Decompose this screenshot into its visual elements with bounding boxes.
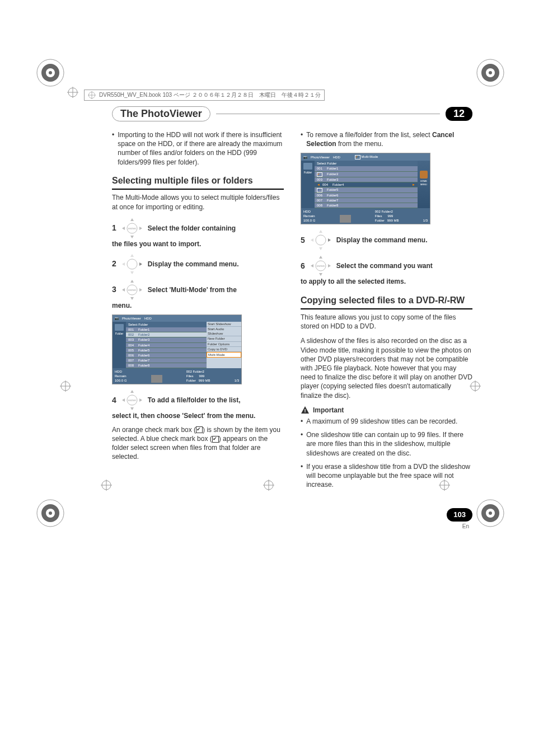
text-fragment: from the menu. bbox=[336, 140, 383, 148]
svg-marker-50 bbox=[130, 280, 134, 283]
ss-title: PhotoViewer bbox=[311, 155, 330, 159]
svg-marker-67 bbox=[319, 256, 322, 259]
svg-text:ENTER: ENTER bbox=[128, 399, 136, 402]
ss-camera-icon: 📷 bbox=[303, 155, 307, 159]
step-continuation: the files you want to import. bbox=[112, 240, 284, 248]
svg-point-7 bbox=[489, 71, 492, 74]
ss-row-num bbox=[317, 172, 325, 177]
paragraph: The Multi-Mode allows you to select mult… bbox=[112, 193, 284, 211]
home-menu-icon bbox=[420, 171, 428, 179]
paragraph: A slideshow of the files is also recorde… bbox=[301, 336, 472, 400]
ss-footer-drive: HDD bbox=[115, 369, 127, 374]
svg-point-11 bbox=[49, 511, 52, 515]
chapter-number: 12 bbox=[446, 107, 472, 121]
step-number: 6 bbox=[301, 261, 305, 271]
svg-marker-41 bbox=[122, 227, 125, 230]
ss-row-name: Folder3 bbox=[327, 177, 338, 182]
ss-footer-remain-value: 100.0 G bbox=[303, 218, 315, 223]
ss-footer-remain-label: Remain bbox=[115, 374, 127, 378]
ss-mode: Multi-Mode bbox=[362, 155, 378, 158]
svg-text:ENTER: ENTER bbox=[128, 227, 136, 230]
ss-footer-info: 002 Folder2 Files 999 Folder 999 MB bbox=[375, 209, 399, 223]
home-menu-label: HOME MENU bbox=[418, 180, 430, 186]
chapter-rule bbox=[216, 114, 440, 114]
chapter-title: The PhotoViewer bbox=[112, 106, 210, 121]
svg-marker-53 bbox=[139, 288, 142, 292]
step-number: 2 bbox=[112, 259, 116, 269]
svg-marker-61 bbox=[319, 230, 322, 233]
ss-row-num: 004 bbox=[128, 343, 136, 348]
registration-mark-corner bbox=[34, 496, 67, 530]
bullet-text: To remove a file/folder from the list, s… bbox=[306, 130, 472, 148]
ss-row-num: 006 bbox=[128, 353, 136, 358]
ss-drive: HDD bbox=[333, 155, 340, 159]
book-icon bbox=[88, 91, 96, 99]
svg-point-15 bbox=[489, 511, 492, 515]
ss-menu-item: New Folder bbox=[207, 336, 241, 341]
print-header-note: DVR550H_WV_EN.book 103 ページ ２００６年１２月２８日 木… bbox=[84, 90, 325, 101]
ss-title: PhotoViewer bbox=[122, 316, 141, 321]
dpad-enter-icon: ENTER bbox=[121, 279, 143, 301]
ss-list-header: Select Folder bbox=[315, 161, 418, 166]
registration-mark bbox=[101, 480, 112, 491]
ss-camera-icon: 📷 bbox=[115, 316, 119, 321]
svg-marker-70 bbox=[328, 264, 331, 267]
ss-row-num: 007 bbox=[128, 358, 136, 363]
step-number: 3 bbox=[112, 284, 116, 295]
dpad-right-icon bbox=[121, 253, 143, 275]
section-heading: Selecting multiple files or folders bbox=[112, 175, 284, 190]
svg-text:ENTER: ENTER bbox=[317, 265, 325, 267]
registration-mark bbox=[470, 381, 481, 392]
svg-text:!: ! bbox=[305, 408, 306, 414]
important-label: Important bbox=[313, 406, 344, 415]
dpad-enter-icon: ENTER bbox=[121, 389, 143, 411]
step-number: 4 bbox=[112, 395, 116, 406]
ss-row-name: Folder2 bbox=[327, 172, 338, 177]
svg-marker-62 bbox=[319, 247, 322, 250]
step-continuation: to apply to all the selected items. bbox=[301, 277, 472, 286]
ss-drive: HDD bbox=[144, 316, 152, 321]
ss-row-num: 008 bbox=[128, 363, 136, 368]
svg-marker-57 bbox=[130, 407, 134, 410]
thumbnail-icon bbox=[340, 215, 351, 223]
ss-row-name: Folder4 bbox=[332, 182, 344, 187]
paragraph: This feature allows you just to copy som… bbox=[301, 313, 472, 331]
svg-marker-63 bbox=[311, 238, 313, 242]
ss-row-num: 005 bbox=[128, 348, 136, 353]
bullet-item: To remove a file/folder from the list, s… bbox=[301, 130, 472, 148]
ss-menu-item: Start Audio Slideshow bbox=[207, 327, 241, 336]
step-number: 1 bbox=[112, 223, 116, 233]
bullet-item: Importing to the HDD will not work if th… bbox=[112, 130, 284, 167]
registration-mark bbox=[439, 480, 450, 491]
svg-marker-51 bbox=[130, 297, 134, 300]
svg-marker-45 bbox=[130, 271, 134, 274]
check-orange-icon bbox=[317, 172, 322, 177]
svg-marker-58 bbox=[122, 398, 125, 402]
svg-marker-44 bbox=[130, 254, 134, 257]
svg-marker-52 bbox=[122, 288, 125, 292]
svg-text:ENTER: ENTER bbox=[128, 289, 136, 292]
bullet-item: A maximum of 99 slideshow titles can be … bbox=[301, 417, 472, 426]
svg-point-3 bbox=[49, 71, 52, 74]
bullet-text: One slideshow title can contain up to 99… bbox=[306, 430, 472, 458]
ss-row-num: 007 bbox=[317, 198, 325, 203]
svg-marker-68 bbox=[319, 273, 322, 276]
ss-row-name: Folder1 bbox=[138, 327, 149, 332]
ss-row-num: 003 bbox=[317, 177, 325, 182]
ss-side-label: Folder bbox=[115, 332, 123, 336]
ss-footer-drive: HDD bbox=[303, 209, 315, 214]
ss-list-header: Select Folder bbox=[126, 322, 207, 327]
ui-screenshot-photoviewer-multimode: 📷 PhotoViewer HDD Multi-Mode Folder Sele… bbox=[301, 153, 430, 224]
ss-footer-remain-label: Remain bbox=[303, 214, 315, 218]
page-number-badge: 103 bbox=[447, 508, 472, 522]
dpad-enter-icon: ENTER bbox=[121, 217, 143, 240]
ss-page-indicator: 1/3 bbox=[423, 218, 428, 223]
svg-marker-59 bbox=[139, 398, 142, 402]
ss-row-num: 002 bbox=[128, 332, 136, 337]
check-icon bbox=[355, 155, 360, 159]
ss-context-menu: Start Slideshow Start Audio Slideshow Ne… bbox=[207, 322, 241, 368]
svg-marker-47 bbox=[139, 262, 142, 266]
paragraph: An orange check mark box () is shown by … bbox=[112, 425, 284, 462]
section-heading: Copying selected files to a DVD-R/-RW bbox=[301, 294, 472, 310]
ss-row-name: Folder4 bbox=[138, 343, 149, 348]
